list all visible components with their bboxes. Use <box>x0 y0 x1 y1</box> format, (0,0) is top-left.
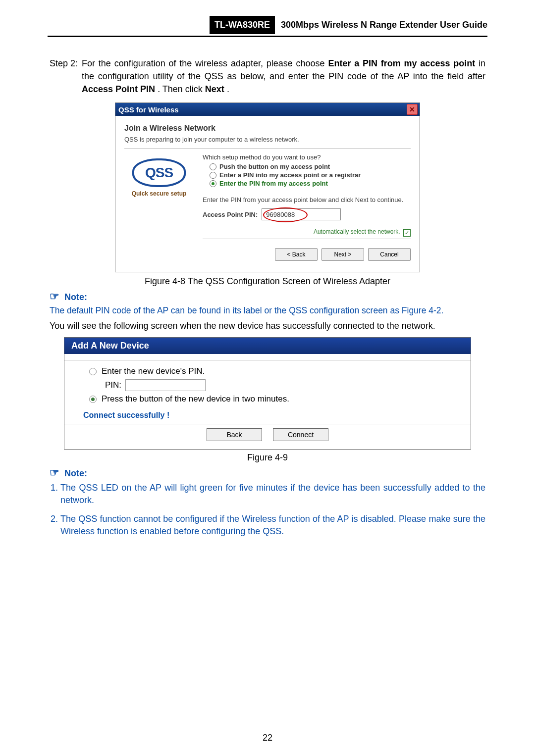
step-bold3: Next <box>205 84 224 94</box>
step-mid2: . Then click <box>158 84 205 94</box>
device-pin-input[interactable] <box>125 379 206 391</box>
qss-main: QSS Quick secure setup Which setup metho… <box>124 153 411 265</box>
radio-icon <box>89 396 97 403</box>
back-button[interactable]: < Back <box>275 248 318 261</box>
list-item: The QSS LED on the AP will light green f… <box>60 482 485 506</box>
qss-dialog-title-text: QSS for Wireless <box>118 105 179 114</box>
divider <box>124 148 411 149</box>
radio-icon <box>210 163 216 170</box>
next-button[interactable]: Next > <box>321 248 364 261</box>
figure-4-8-caption: Figure 4-8 The QSS Configuration Screen … <box>50 276 485 287</box>
qss-dialog-footer: < Back Next > Cancel <box>203 244 411 265</box>
note-label-1: Note: <box>64 292 87 302</box>
option-enter-device-pin-label: Enter the new device's PIN. <box>102 366 205 376</box>
auto-select-label: Automatically select the network. <box>314 228 400 235</box>
document-page: TL-WA830RE 300Mbps Wireless N Range Exte… <box>0 0 535 756</box>
step-end: . <box>227 84 229 94</box>
option-push-button[interactable]: Push the button on my access point <box>210 163 411 170</box>
qss-logo-caption: Quick secure setup <box>132 190 187 197</box>
back-button[interactable]: Back <box>207 428 262 441</box>
radio-icon <box>89 368 97 375</box>
step-bold1: Enter a PIN from my access point <box>328 58 475 68</box>
option-enter-pin-into-ap-label: Enter a PIN into my access point or a re… <box>219 171 361 179</box>
add-device-dialog: Add A New Device Enter the new device's … <box>64 337 471 450</box>
connect-success-text: Connect successfully ! <box>83 411 460 420</box>
page-number: 22 <box>0 733 535 743</box>
option-enter-pin-into-ap[interactable]: Enter a PIN into my access point or a re… <box>210 171 411 179</box>
device-pin-label: PIN: <box>105 380 121 390</box>
qss-dialog-title: QSS for Wireless <box>118 105 179 114</box>
option-enter-pin-from-ap-label: Enter the PIN from my access point <box>219 180 328 187</box>
step-label: Step 2: <box>50 57 78 96</box>
radio-icon <box>210 172 216 179</box>
qss-instruction: Enter the PIN from your access point bel… <box>203 196 411 203</box>
list-item: The QSS function cannot be configured if… <box>60 513 485 538</box>
qss-options-panel: Which setup method do you want to use? P… <box>203 153 411 265</box>
notes-list: The QSS LED on the AP will light green f… <box>50 482 485 538</box>
cancel-button[interactable]: Cancel <box>368 248 411 261</box>
qss-dialog: QSS for Wireless ✕ Join a Wireless Netwo… <box>115 102 420 272</box>
note-label-2: Note: <box>64 468 87 479</box>
add-device-title: Add A New Device <box>64 338 471 354</box>
note-body-1: The default PIN code of the AP can be fo… <box>50 305 485 316</box>
device-pin-row: PIN: <box>105 379 460 391</box>
access-point-pin-row: Access Point PIN: 96980088 <box>203 208 411 220</box>
divider <box>64 360 471 360</box>
radio-icon <box>210 180 216 187</box>
access-point-pin-value: 96980088 <box>266 211 295 218</box>
qss-dialog-body: Join a Wireless Network QSS is preparing… <box>115 116 420 272</box>
auto-select-row: Automatically select the network. ✓ <box>203 228 411 237</box>
qss-subtext: QSS is preparing to join your computer t… <box>124 136 411 143</box>
plain-text-1: You will see the following screen when t… <box>50 321 485 331</box>
qss-heading: Join a Wireless Network <box>124 124 411 133</box>
step-bold2: Access Point PIN <box>82 84 155 94</box>
option-push-button-label: Push the button on my access point <box>219 163 330 170</box>
hand-icon: ☞ <box>50 467 59 478</box>
page-header: TL-WA830RE 300Mbps Wireless N Range Exte… <box>48 15 487 37</box>
header-title: 300Mbps Wireless N Range Extender User G… <box>278 16 487 34</box>
checkbox-auto-select[interactable]: ✓ <box>403 229 411 237</box>
option-enter-pin-from-ap[interactable]: Enter the PIN from my access point <box>210 180 411 187</box>
connect-button[interactable]: Connect <box>273 428 328 441</box>
option-press-button[interactable]: Press the button of the new device in tw… <box>89 394 460 404</box>
qss-dialog-titlebar: QSS for Wireless ✕ <box>115 103 420 116</box>
option-enter-device-pin[interactable]: Enter the new device's PIN. <box>89 366 460 376</box>
close-icon[interactable]: ✕ <box>407 104 418 115</box>
step-body: For the configuration of the wireless ad… <box>82 57 485 96</box>
qss-logo-icon: QSS <box>132 158 186 187</box>
access-point-pin-input[interactable]: 96980088 <box>262 208 341 220</box>
note-header-1: ☞ Note: <box>50 292 485 302</box>
note-header-2: ☞ Note: <box>50 468 485 479</box>
hand-icon: ☞ <box>50 291 59 302</box>
step-paragraph: Step 2: For the configuration of the wir… <box>50 57 485 96</box>
add-device-body: Enter the new device's PIN. PIN: Press t… <box>64 354 471 449</box>
step-pre: For the configuration of the wireless ad… <box>82 58 328 68</box>
divider <box>203 239 411 239</box>
figure-4-9-caption: Figure 4-9 <box>50 453 485 463</box>
qss-question: Which setup method do you want to use? <box>203 153 411 161</box>
add-device-footer: Back Connect <box>64 424 471 445</box>
header-model: TL-WA830RE <box>210 16 275 34</box>
access-point-pin-label: Access Point PIN: <box>203 211 258 218</box>
qss-side-logo: QSS Quick secure setup <box>124 158 194 265</box>
option-press-button-label: Press the button of the new device in tw… <box>102 394 289 404</box>
